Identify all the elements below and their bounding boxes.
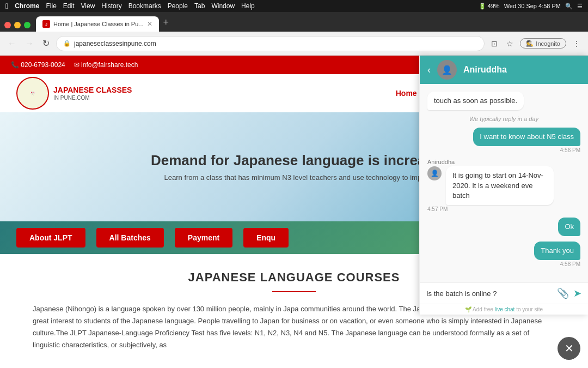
logo-subtitle: IN PUNE.COM (53, 95, 132, 101)
chat-back-btn[interactable]: ‹ (427, 64, 431, 76)
macos-menubar:  Chrome File Edit View History Bookmark… (0, 0, 588, 12)
chrome-tabbar: J Home | Japanese Classes in Pu... ✕ + (0, 12, 588, 32)
forward-btn[interactable]: → (23, 37, 36, 51)
hero-subtitle: Learn from a class that has minimum N3 l… (164, 173, 424, 182)
msg-bubble-in-2: It is going to start on 14-Nov-2020. It … (446, 166, 554, 205)
address-bar-actions: ⊡ ☆ 🕵 Incognito ⋮ (489, 37, 583, 50)
close-window-btn[interactable] (4, 22, 11, 28)
chat-header: ‹ 👤 Aniruddha (420, 56, 588, 84)
datetime: Wed 30 Sep 4:58 PM (504, 3, 561, 9)
website-content: 📞 020-6793-0024 ✉ info@fairshare.tech Re… (0, 56, 588, 367)
msg-time-1: 4:56 PM (560, 147, 580, 153)
menu-help[interactable]: Help (241, 2, 255, 10)
chat-panel: ‹ 👤 Aniruddha touch as soon as possible.… (419, 56, 588, 315)
topbar-contact: 📞 020-6793-0024 ✉ info@fairshare.tech (11, 61, 138, 69)
msg-time-3: 4:58 PM (560, 261, 580, 267)
menu-tab[interactable]: Tab (194, 2, 205, 10)
url-bar[interactable]: 🔒 japaneseclassesinpune.com (56, 36, 485, 51)
agent-sender-name: Aniruddha (427, 159, 455, 165)
lock-icon: 🔒 (63, 40, 71, 47)
tab-title: Home | Japanese Classes in Pu... (53, 21, 144, 27)
url-text: japaneseclassesinpune.com (74, 40, 477, 47)
cast-icon[interactable]: ⊡ (489, 37, 500, 50)
chat-input-area[interactable]: 📎 ➤ (420, 282, 588, 304)
menu-file[interactable]: File (46, 2, 56, 10)
tab-close-btn[interactable]: ✕ (147, 20, 152, 28)
app-name: Chrome (15, 2, 39, 10)
msg-bubble-in-1: touch as soon as possible. (427, 92, 524, 110)
menubar-left:  Chrome File Edit View History Bookmark… (5, 2, 255, 10)
msg-bubble-out-3: Thank you (534, 242, 580, 260)
msg-bubble-out-2: Ok (558, 218, 580, 236)
menu-history[interactable]: History (101, 2, 121, 10)
logo-title: JAPANESE CLASSES (53, 86, 132, 95)
back-btn[interactable]: ← (5, 37, 19, 51)
site-logo[interactable]: 🎌 JAPANESE CLASSES IN PUNE.COM (16, 77, 132, 110)
new-tab-btn[interactable]: + (163, 17, 169, 28)
tab-favicon: J (42, 20, 50, 28)
all-batches-btn[interactable]: All Batches (96, 228, 164, 248)
chat-msg-2: I want to know about N5 class 4:56 PM (427, 128, 580, 153)
spotlight-icon[interactable]: 🔍 (565, 3, 573, 10)
chat-meta-reply: We typically reply in a day (427, 116, 580, 122)
battery-status: 🔋 49% (479, 3, 500, 10)
msg-bubble-out-1: I want to know about N5 class (473, 128, 580, 146)
incognito-btn[interactable]: 🕵 Incognito (520, 38, 566, 49)
phone-number: 📞 020-6793-0024 (11, 61, 65, 69)
chat-input-field[interactable] (426, 289, 553, 298)
payment-btn[interactable]: Payment (175, 228, 232, 248)
livechat-link[interactable]: live chat (495, 306, 515, 312)
incognito-label: Incognito (536, 40, 560, 47)
maximize-window-btn[interactable] (24, 22, 30, 28)
email-address: ✉ info@fairshare.tech (74, 61, 138, 69)
section-divider (272, 291, 316, 292)
incognito-icon: 🕵 (526, 40, 534, 47)
bookmark-star-btn[interactable]: ☆ (504, 37, 516, 50)
chat-msg-3: Aniruddha 👤 It is going to start on 14-N… (427, 159, 580, 212)
reload-btn[interactable]: ↻ (40, 36, 52, 51)
agent-msg-row: 👤 It is going to start on 14-Nov-2020. I… (427, 166, 580, 205)
about-jlpt-btn[interactable]: About JLPT (16, 228, 85, 248)
chat-msg-1: touch as soon as possible. (427, 92, 580, 110)
msg-time-2: 4:57 PM (427, 206, 448, 212)
menu-dots-btn[interactable]: ⋮ (571, 37, 583, 50)
chat-msg-4: Ok (427, 218, 580, 236)
minimize-window-btn[interactable] (14, 22, 21, 28)
address-bar: ← → ↻ 🔒 japaneseclassesinpune.com ⊡ ☆ 🕵 … (0, 32, 588, 56)
hero-title: Demand for Japanese language is increasi (151, 152, 437, 169)
enquiry-btn[interactable]: Enqu (243, 228, 289, 248)
menu-people[interactable]: People (168, 2, 188, 10)
chat-agent-avatar: 👤 (437, 60, 457, 80)
send-icon[interactable]: ➤ (573, 287, 581, 299)
logo-text-block: JAPANESE CLASSES IN PUNE.COM (53, 86, 132, 101)
logo-image: 🎌 (16, 77, 49, 110)
menu-bookmarks[interactable]: Bookmarks (128, 2, 161, 10)
menu-window[interactable]: Window (211, 2, 235, 10)
menu-view[interactable]: View (81, 2, 95, 10)
menu-edit[interactable]: Edit (63, 2, 75, 10)
notification-icon[interactable]: ☰ (577, 3, 583, 10)
apple-icon:  (5, 2, 8, 10)
attach-icon[interactable]: 📎 (557, 287, 569, 299)
footer-text: 🌱 Add free live chat to your site (465, 306, 543, 312)
chat-footer: 🌱 Add free live chat to your site (420, 304, 588, 315)
agent-avatar-sm: 👤 (427, 166, 442, 180)
browser-tab-active[interactable]: J Home | Japanese Classes in Pu... ✕ (36, 16, 159, 32)
menubar-right: 🔋 49% Wed 30 Sep 4:58 PM 🔍 ☰ (479, 3, 583, 10)
window-controls (4, 22, 30, 28)
chat-msg-5: Thank you 4:58 PM (427, 242, 580, 267)
nav-home[interactable]: Home (396, 89, 417, 98)
chat-messages[interactable]: touch as soon as possible. We typically … (420, 84, 588, 282)
chat-agent-name: Aniruddha (463, 65, 507, 75)
